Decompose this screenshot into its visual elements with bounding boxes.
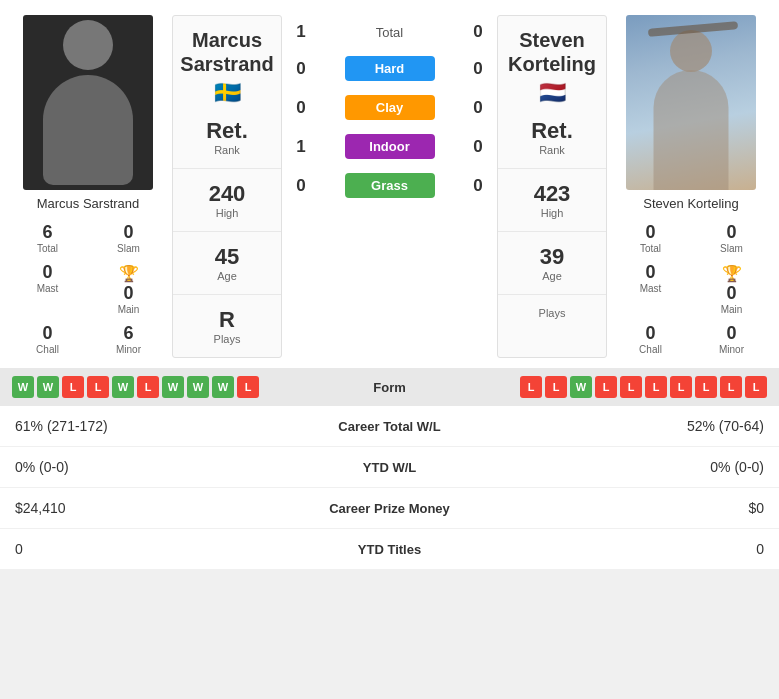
clay-badge: Clay	[345, 95, 435, 120]
right-trophy-main-cell: 🏆 0 Main	[692, 259, 771, 318]
clay-score-left: 0	[286, 98, 316, 118]
right-rank-stat: Steven Korteling 🇳🇱 Ret. Rank	[498, 16, 606, 169]
right-slam-cell: 0 Slam	[692, 219, 771, 257]
career-stats-section: 61% (271-172) Career Total W/L 52% (70-6…	[0, 406, 779, 570]
left-main-value: 0	[123, 283, 133, 304]
right-player-col: Steven Korteling 0 Total 0 Slam 0 Mast 🏆	[611, 15, 771, 358]
left-rank-value: Ret.	[206, 118, 248, 144]
left-mast-label: Mast	[37, 283, 59, 294]
surfaces-list: 1 Total 0 0 Hard 0 0 Clay 0 1	[286, 15, 493, 205]
left-age-value: 45	[215, 244, 239, 270]
form-badge-left: W	[212, 376, 234, 398]
left-rank-stat: Marcus Sarstrand 🇸🇪 Ret. Rank	[173, 16, 281, 169]
left-trophy-main-cell: 🏆 0 Main	[89, 259, 168, 318]
right-mast-label: Mast	[640, 283, 662, 294]
form-badge-left: L	[237, 376, 259, 398]
right-chall-label: Chall	[639, 344, 662, 355]
right-name-header: Steven Korteling	[503, 28, 601, 76]
stat-right-val: $0	[480, 500, 765, 516]
left-mast-value: 0	[42, 262, 52, 283]
stat-label: Career Prize Money	[300, 501, 480, 516]
left-plays-label: Plays	[214, 333, 241, 345]
right-high-stat: 423 High	[498, 169, 606, 232]
career-stat-row: 61% (271-172) Career Total W/L 52% (70-6…	[0, 406, 779, 447]
total-label: Total	[345, 25, 435, 40]
right-rank-label: Rank	[539, 144, 565, 156]
form-badge-right: L	[745, 376, 767, 398]
career-stat-row: $24,410 Career Prize Money $0	[0, 488, 779, 529]
stat-right-val: 52% (70-64)	[480, 418, 765, 434]
right-minor-cell: 0 Minor	[692, 320, 771, 358]
indoor-row: 1 Indoor 0	[286, 127, 493, 166]
right-rank-panel: Steven Korteling 🇳🇱 Ret. Rank 423 High 3…	[497, 15, 607, 358]
right-total-label: Total	[640, 243, 661, 254]
form-badge-right: L	[645, 376, 667, 398]
right-high-value: 423	[534, 181, 571, 207]
form-badge-right: L	[595, 376, 617, 398]
left-slam-cell: 0 Slam	[89, 219, 168, 257]
clay-row: 0 Clay 0	[286, 88, 493, 127]
left-name-header: Marcus Sarstrand	[178, 28, 276, 76]
stat-right-val: 0% (0-0)	[480, 459, 765, 475]
left-high-value: 240	[209, 181, 246, 207]
clay-score-right: 0	[463, 98, 493, 118]
hard-row: 0 Hard 0	[286, 49, 493, 88]
right-form-badges: LLWLLLLLLL	[440, 376, 768, 398]
left-total-label: Total	[37, 243, 58, 254]
left-player-name: Marcus Sarstrand	[37, 196, 140, 211]
right-plays-stat: Plays	[498, 295, 606, 331]
hard-badge: Hard	[345, 56, 435, 81]
stat-label: YTD W/L	[300, 460, 480, 475]
right-player-name: Steven Korteling	[643, 196, 738, 211]
left-slam-value: 0	[123, 222, 133, 243]
main-container: Marcus Sarstrand 6 Total 0 Slam 0 Mast 🏆	[0, 0, 779, 570]
right-rank-value: Ret.	[531, 118, 573, 144]
left-total-value: 6	[42, 222, 52, 243]
form-badge-left: L	[87, 376, 109, 398]
right-slam-value: 0	[726, 222, 736, 243]
stat-left-val: 61% (271-172)	[15, 418, 300, 434]
form-badge-left: W	[187, 376, 209, 398]
left-age-label: Age	[217, 270, 237, 282]
total-row: 1 Total 0	[286, 15, 493, 49]
form-badge-left: W	[162, 376, 184, 398]
left-chall-cell: 0 Chall	[8, 320, 87, 358]
left-player-header: Marcus Sarstrand 🇸🇪	[178, 28, 276, 110]
career-stat-row: 0% (0-0) YTD W/L 0% (0-0)	[0, 447, 779, 488]
right-plays-label: Plays	[539, 307, 566, 319]
form-badge-right: L	[670, 376, 692, 398]
left-flag: 🇸🇪	[214, 80, 241, 106]
stat-label: Career Total W/L	[300, 419, 480, 434]
left-rank-panel: Marcus Sarstrand 🇸🇪 Ret. Rank 240 High 4…	[172, 15, 282, 358]
hard-score-left: 0	[286, 59, 316, 79]
total-score-left: 1	[286, 22, 316, 42]
grass-score-right: 0	[463, 176, 493, 196]
right-age-label: Age	[542, 270, 562, 282]
right-minor-value: 0	[726, 323, 736, 344]
left-total-cell: 6 Total	[8, 219, 87, 257]
left-rank-label: Rank	[214, 144, 240, 156]
left-high-stat: 240 High	[173, 169, 281, 232]
left-player-photo	[23, 15, 153, 190]
stat-left-val: $24,410	[15, 500, 300, 516]
right-slam-label: Slam	[720, 243, 743, 254]
form-badge-left: L	[62, 376, 84, 398]
form-badge-right: W	[570, 376, 592, 398]
form-badge-right: L	[720, 376, 742, 398]
grass-score-left: 0	[286, 176, 316, 196]
grass-row: 0 Grass 0	[286, 166, 493, 205]
stat-left-val: 0	[15, 541, 300, 557]
left-chall-label: Chall	[36, 344, 59, 355]
left-trophy-icon: 🏆	[119, 264, 139, 283]
left-plays-stat: R Plays	[173, 295, 281, 357]
right-high-label: High	[541, 207, 564, 219]
left-minor-value: 6	[123, 323, 133, 344]
form-badge-right: L	[695, 376, 717, 398]
right-total-cell: 0 Total	[611, 219, 690, 257]
stat-left-val: 0% (0-0)	[15, 459, 300, 475]
right-trophy-icon: 🏆	[722, 264, 742, 283]
indoor-badge: Indoor	[345, 134, 435, 159]
form-label: Form	[340, 380, 440, 395]
indoor-score-left: 1	[286, 137, 316, 157]
right-flag: 🇳🇱	[539, 80, 566, 106]
